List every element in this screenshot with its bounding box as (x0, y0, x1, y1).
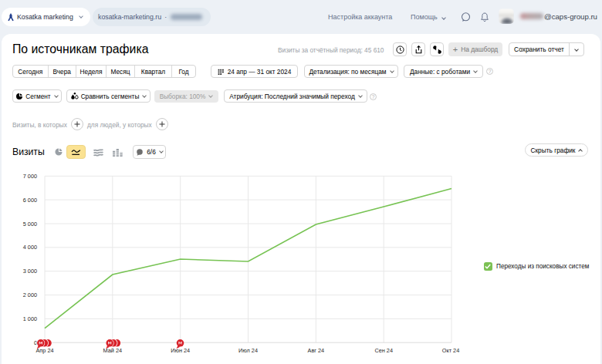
svg-text:5 000: 5 000 (23, 221, 37, 228)
svg-text:0: 0 (34, 339, 37, 346)
svg-text:Окт 24: Окт 24 (442, 347, 459, 354)
svg-text:Июн 24: Июн 24 (171, 347, 190, 354)
svg-text:3 000: 3 000 (23, 268, 37, 275)
svg-text:Июл 24: Июл 24 (238, 347, 258, 354)
svg-text:Май 24: Май 24 (103, 347, 122, 354)
svg-text:Авг 24: Авг 24 (308, 347, 325, 354)
svg-text:1 000: 1 000 (23, 315, 37, 322)
svg-text:4 000: 4 000 (23, 244, 37, 251)
svg-text:6 000: 6 000 (23, 197, 37, 204)
svg-text:Сен 24: Сен 24 (374, 347, 393, 354)
svg-text:2 000: 2 000 (23, 292, 37, 298)
svg-text:7 000: 7 000 (23, 173, 37, 180)
